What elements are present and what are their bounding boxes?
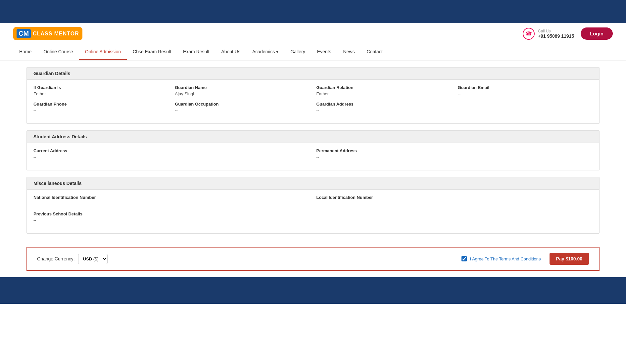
field-guardian-address: Guardian Address -- (316, 102, 451, 113)
guardian-name-value: Ajay Singh (175, 91, 310, 96)
nav-exam-result[interactable]: Exam Result (177, 44, 215, 60)
nav-news[interactable]: News (337, 44, 361, 60)
terms-label: I Agree To The Terms And Conditions (470, 256, 541, 261)
student-address-header: Student Address Details (27, 131, 599, 143)
miscellaneous-header: Miscellaneous Details (27, 177, 599, 190)
address-row-1: Current Address -- Permanent Address -- (33, 148, 593, 159)
header-right: ☎ Call Us +91 95089 11915 Login (523, 27, 613, 40)
guardian-details-section: Guardian Details If Guardian Is Father G… (26, 67, 600, 124)
bottom-bar (0, 277, 626, 304)
student-address-section: Student Address Details Current Address … (26, 130, 600, 170)
guardian-name-label: Guardian Name (175, 85, 310, 90)
guardian-row-1: If Guardian Is Father Guardian Name Ajay… (33, 85, 593, 96)
logo-cm-text: CM (17, 29, 31, 38)
guardian-phone-value: -- (33, 108, 168, 113)
field-local-id: Local Identification Number -- (316, 195, 593, 206)
navigation: Home Online Course Online Admission Cbse… (0, 44, 626, 61)
field-guardian-phone: Guardian Phone -- (33, 102, 168, 113)
guardian-occupation-label: Guardian Occupation (175, 102, 310, 107)
nav-online-admission[interactable]: Online Admission (79, 44, 127, 60)
guardian-relation-label: Guardian Relation (316, 85, 451, 90)
field-previous-school: Previous School Details -- (33, 211, 593, 223)
field-national-id: National Identification Number -- (33, 195, 310, 206)
main-content: Guardian Details If Guardian Is Father G… (0, 61, 626, 247)
logo-brand-text: CLASS MENTOR (33, 31, 79, 37)
field-guardian-email: Guardian Email -- (458, 85, 593, 96)
nav-online-course[interactable]: Online Course (37, 44, 79, 60)
permanent-address-label: Permanent Address (316, 148, 593, 153)
nav-home[interactable]: Home (13, 44, 37, 60)
call-number: +91 95089 11915 (538, 33, 574, 39)
if-guardian-is-label: If Guardian Is (33, 85, 168, 90)
guardian-email-value: -- (458, 91, 593, 96)
current-address-label: Current Address (33, 148, 310, 153)
guardian-row-2: Guardian Phone -- Guardian Occupation --… (33, 102, 593, 113)
guardian-phone-label: Guardian Phone (33, 102, 168, 107)
phone-icon: ☎ (523, 28, 535, 40)
logo-area: CM CLASS MENTOR (13, 27, 82, 40)
guardian-address-value: -- (316, 108, 451, 113)
field-if-guardian-is: If Guardian Is Father (33, 85, 168, 96)
terms-section: I Agree To The Terms And Conditions Pay … (461, 253, 589, 265)
guardian-email-label: Guardian Email (458, 85, 593, 90)
guardian-occupation-value: -- (175, 108, 310, 113)
login-button[interactable]: Login (581, 27, 613, 40)
current-address-value: -- (33, 155, 310, 159)
header: CM CLASS MENTOR ☎ Call Us +91 95089 1191… (0, 23, 626, 44)
nav-gallery[interactable]: Gallery (284, 44, 311, 60)
local-id-value: -- (316, 201, 593, 206)
nav-contact[interactable]: Contact (361, 44, 388, 60)
call-us: ☎ Call Us +91 95089 11915 (523, 28, 574, 40)
guardian-details-body: If Guardian Is Father Guardian Name Ajay… (27, 80, 599, 123)
call-us-label: Call Us (538, 29, 574, 33)
guardian-address-label: Guardian Address (316, 102, 451, 107)
field-permanent-address: Permanent Address -- (316, 148, 593, 159)
nav-about-us[interactable]: About Us (215, 44, 246, 60)
previous-school-label: Previous School Details (33, 211, 593, 216)
call-info: Call Us +91 95089 11915 (538, 29, 574, 39)
field-guardian-relation: Guardian Relation Father (316, 85, 451, 96)
if-guardian-is-value: Father (33, 91, 168, 96)
action-bar: Change Currency: USD ($) EUR (€) GBP (£)… (26, 247, 600, 271)
field-guardian-name: Guardian Name Ajay Singh (175, 85, 310, 96)
misc-row-1: National Identification Number -- Local … (33, 195, 593, 206)
guardian-details-header: Guardian Details (27, 68, 599, 80)
field-current-address: Current Address -- (33, 148, 310, 159)
terms-checkbox[interactable] (461, 256, 467, 261)
student-address-body: Current Address -- Permanent Address -- (27, 143, 599, 170)
previous-school-value: -- (33, 218, 593, 223)
misc-row-2: Previous School Details -- (33, 211, 593, 223)
logo-badge: CM CLASS MENTOR (13, 27, 82, 40)
miscellaneous-section: Miscellaneous Details National Identific… (26, 177, 600, 234)
permanent-address-value: -- (316, 155, 593, 159)
miscellaneous-body: National Identification Number -- Local … (27, 190, 599, 233)
local-id-label: Local Identification Number (316, 195, 593, 200)
pay-button[interactable]: Pay $100.00 (550, 253, 589, 265)
nav-events[interactable]: Events (311, 44, 337, 60)
national-id-label: National Identification Number (33, 195, 310, 200)
nav-cbse-exam-result[interactable]: Cbse Exam Result (127, 44, 177, 60)
nav-academics[interactable]: Academics ▾ (246, 44, 284, 60)
currency-section: Change Currency: USD ($) EUR (€) GBP (£)… (37, 254, 108, 264)
field-guardian-occupation: Guardian Occupation -- (175, 102, 310, 113)
currency-select[interactable]: USD ($) EUR (€) GBP (£) INR (₹) (78, 254, 108, 264)
top-bar (0, 0, 626, 23)
field-guardian-placeholder (458, 102, 593, 113)
change-currency-label: Change Currency: (37, 256, 75, 261)
guardian-relation-value: Father (316, 91, 451, 96)
national-id-value: -- (33, 201, 310, 206)
